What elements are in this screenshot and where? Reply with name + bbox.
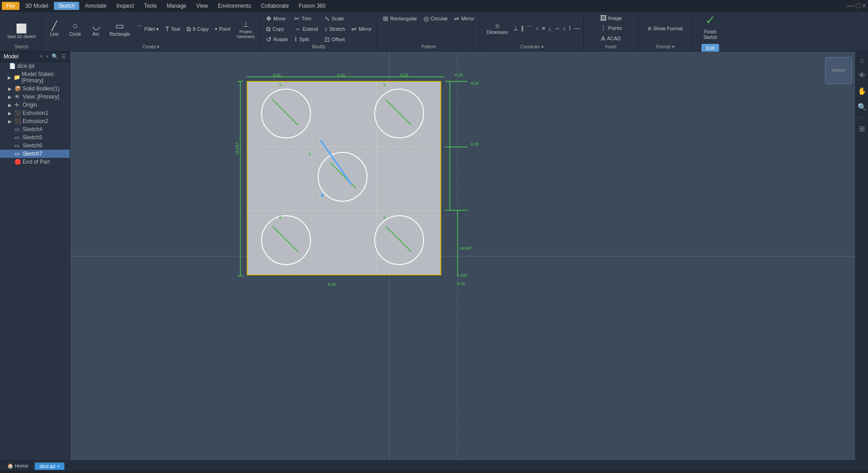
project-geometry-button[interactable]: ⟂ ProjectGeometry bbox=[234, 14, 258, 44]
circular-pattern-button[interactable]: ◎Circular bbox=[421, 14, 451, 24]
constrain-icon-3[interactable]: ⌒ bbox=[526, 24, 534, 34]
menu-collaborate[interactable]: Collaborate bbox=[257, 2, 293, 10]
point-button[interactable]: • Point bbox=[212, 24, 233, 34]
constrain-icon-2[interactable]: ∥ bbox=[520, 24, 525, 34]
scale-button[interactable]: ⤡Scale bbox=[322, 14, 348, 24]
line-icon: ╱ bbox=[52, 21, 57, 30]
tree-item-sketch4[interactable]: ▭ Sketch4 bbox=[0, 125, 70, 133]
model-states-icon: 📁 bbox=[14, 74, 20, 80]
menu-file[interactable]: File bbox=[2, 2, 19, 10]
constrain-icon-10[interactable]: — bbox=[573, 24, 581, 34]
expand-solid-bodies[interactable]: ▶ bbox=[7, 86, 13, 91]
stretch-button[interactable]: ↕Stretch bbox=[322, 24, 348, 34]
rectangular-button[interactable]: ⊞Rectangular bbox=[380, 14, 420, 24]
constrain-icon-7[interactable]: ↔ bbox=[553, 24, 561, 34]
tree-item-sketch6[interactable]: ▭ Sketch6 bbox=[0, 142, 70, 150]
move-button[interactable]: ✥Move bbox=[263, 14, 291, 24]
sketch-area[interactable]: 5 5 5 5 5 bbox=[247, 81, 441, 275]
points-button[interactable]: ⋮Points bbox=[597, 24, 625, 33]
fillet-button[interactable]: ⌒ Fillet ▾ bbox=[134, 24, 162, 34]
acad-button[interactable]: AACAD bbox=[598, 34, 624, 43]
sidebar-plus-btn[interactable]: + bbox=[46, 53, 49, 60]
tree-item-origin[interactable]: ▶ ✛ Origin bbox=[0, 101, 70, 109]
main-area: Model × + 🔍 ☰ 📄 dice.ipt ▶ 📁 Model State… bbox=[0, 52, 868, 460]
tree-item-end-of-part[interactable]: 🔴 End of Part bbox=[0, 158, 70, 166]
viewport[interactable]: 5 5 5 5 5 16.667 6.25 6.25 6. bbox=[70, 52, 868, 460]
sidebar-search-icon[interactable]: 🔍 bbox=[52, 53, 58, 60]
image-button[interactable]: 🖼Image bbox=[597, 14, 625, 23]
constrain-icon-9[interactable]: ⌇ bbox=[568, 24, 572, 34]
trim-button[interactable]: ✂Trim bbox=[291, 14, 320, 24]
menu-environments[interactable]: Environments bbox=[213, 2, 255, 10]
start-2d-sketch-button[interactable]: ⬜ Start 2D Sketch bbox=[5, 16, 38, 47]
menu-sketch[interactable]: Sketch bbox=[54, 2, 80, 10]
rotate-button[interactable]: ↺Rotate bbox=[263, 34, 291, 44]
zoom-icon[interactable]: 🔍 bbox=[856, 101, 868, 113]
expand-model-states[interactable]: ▶ bbox=[7, 75, 12, 80]
window-maximize[interactable]: □ bbox=[856, 2, 860, 10]
viewcube[interactable]: FRONT bbox=[825, 57, 852, 84]
pattern-mirror-button[interactable]: ⇌Mirror bbox=[451, 14, 477, 24]
constrain-icon-4[interactable]: ○ bbox=[534, 24, 540, 34]
tree-item-sketch5[interactable]: ▭ Sketch5 bbox=[0, 133, 70, 142]
menu-annotate[interactable]: Annotate bbox=[80, 2, 111, 10]
arc-button[interactable]: ◡ Arc bbox=[86, 14, 106, 44]
split-button[interactable]: ⌇Split bbox=[291, 34, 320, 44]
finish-sketch-button[interactable]: ✓ FinishSketch bbox=[698, 11, 723, 42]
pan-icon[interactable]: ✋ bbox=[856, 85, 868, 97]
constrain-icon-6[interactable]: ⟂ bbox=[547, 24, 553, 34]
dice-file-tab[interactable]: dice.ipt × bbox=[34, 462, 65, 470]
left-dim-label: 16.667 bbox=[235, 142, 239, 155]
rectangle-button[interactable]: ▭ Rectangle bbox=[107, 14, 133, 44]
dimension-button[interactable]: ⊡ Dimension bbox=[483, 14, 511, 44]
expand-view[interactable]: ▶ bbox=[7, 95, 13, 99]
circle-button[interactable]: ○ Circle bbox=[65, 14, 85, 44]
menu-3dmodel[interactable]: 3D Model bbox=[20, 2, 52, 10]
extend-button[interactable]: ↔Extend bbox=[291, 24, 320, 34]
constrain-icon-8[interactable]: ↕ bbox=[562, 24, 567, 34]
window-close[interactable]: × bbox=[862, 2, 866, 10]
display-settings-icon[interactable]: ⊞ bbox=[857, 123, 867, 135]
expand-origin[interactable]: ▶ bbox=[7, 103, 13, 108]
format-group-label: Format ▾ bbox=[656, 44, 674, 49]
create-group-label: Create ▾ bbox=[143, 44, 160, 49]
tree-item-model-states[interactable]: ▶ 📁 Model States: [Primary] bbox=[0, 70, 70, 85]
tree-item-extrusion1[interactable]: ▶ ⬛ Extrusion1 bbox=[0, 109, 70, 117]
window-minimize[interactable]: — bbox=[847, 2, 854, 10]
exit-button[interactable]: Exit bbox=[701, 44, 719, 52]
tree-item-sketch7[interactable]: ▭ Sketch7 bbox=[0, 150, 70, 158]
tree-item-solid-bodies[interactable]: ▶ 📦 Solid Bodies(1) bbox=[0, 85, 70, 93]
line-button[interactable]: ╱ Line bbox=[44, 14, 64, 44]
offset-button[interactable]: ⊡Offset bbox=[322, 34, 348, 44]
dice-tab-close[interactable]: × bbox=[57, 464, 60, 469]
menu-fusion360[interactable]: Fusion 360 bbox=[294, 2, 330, 10]
show-format-button[interactable]: ≡Show Format bbox=[645, 24, 686, 33]
sidebar-close-btn[interactable]: × bbox=[40, 53, 43, 60]
origin-icon: ✛ bbox=[14, 102, 21, 108]
constrain-icon-1[interactable]: ⊥ bbox=[512, 24, 519, 34]
tree-item-dice[interactable]: 📄 dice.ipt bbox=[0, 62, 70, 70]
model-tab[interactable]: Model bbox=[4, 53, 19, 60]
home-view-icon[interactable]: ⌂ bbox=[858, 54, 866, 66]
look-at-icon[interactable]: 👁 bbox=[857, 70, 868, 81]
copy2-button[interactable]: ⧉Copy bbox=[263, 24, 291, 34]
tree-item-extrusion2[interactable]: ▶ ⬛ Extrusion2 bbox=[0, 117, 70, 125]
mirror-button[interactable]: ⇌Mirror bbox=[348, 24, 374, 34]
constrain-icon-5[interactable]: ≡ bbox=[541, 24, 546, 34]
viewport-canvas[interactable]: 5 5 5 5 5 16.667 6.25 6.25 6. bbox=[70, 52, 868, 460]
expand-extrusion2[interactable]: ▶ bbox=[7, 119, 13, 124]
menu-inspect[interactable]: Inspect bbox=[112, 2, 138, 10]
text-button[interactable]: T Text bbox=[162, 24, 183, 34]
copy-button[interactable]: ⧉ 8 Copy bbox=[184, 24, 211, 34]
home-tab[interactable]: 🏠 Home bbox=[3, 462, 33, 470]
mirror-icon: ⇌ bbox=[351, 25, 357, 33]
expand-extrusion1[interactable]: ▶ bbox=[7, 111, 13, 116]
fillet-label: Fillet ▾ bbox=[144, 26, 159, 32]
menu-tools[interactable]: Tools bbox=[139, 2, 161, 10]
right-ext-1 bbox=[445, 81, 467, 82]
menu-view[interactable]: View bbox=[192, 2, 213, 10]
tree-item-view[interactable]: ▶ 👁 View: [Primary] bbox=[0, 93, 70, 101]
menu-manage[interactable]: Manage bbox=[162, 2, 191, 10]
sidebar-menu-icon[interactable]: ☰ bbox=[61, 53, 66, 60]
extrusion2-icon: ⬛ bbox=[14, 118, 21, 124]
